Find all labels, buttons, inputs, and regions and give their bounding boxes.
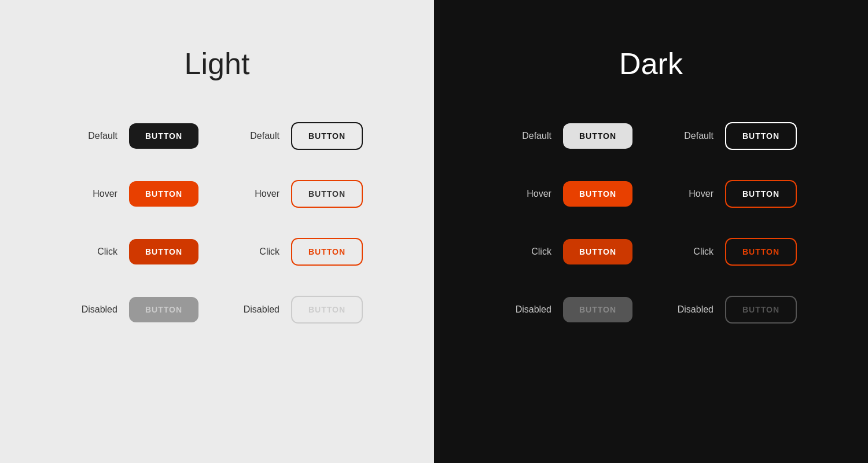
dark-outlined-click-label: Click	[667, 247, 713, 257]
dark-filled-column: Default BUTTON Hover BUTTON Click BUTTON…	[505, 116, 632, 330]
dark-outlined-hover-label: Hover	[667, 189, 713, 199]
dark-filled-disabled-label: Disabled	[505, 304, 551, 315]
dark-filled-click-label: Click	[505, 247, 551, 257]
dark-outlined-click-row: Click BUTTON	[667, 232, 797, 272]
dark-outlined-hover-button[interactable]: BUTTON	[725, 180, 797, 208]
light-filled-click-row: Click BUTTON	[71, 232, 198, 272]
dark-title: Dark	[619, 46, 683, 81]
light-filled-default-label: Default	[71, 131, 117, 141]
dark-filled-hover-label: Hover	[505, 189, 551, 199]
light-filled-hover-button[interactable]: BUTTON	[129, 181, 198, 207]
light-title: Light	[185, 46, 250, 81]
dark-outlined-default-button[interactable]: BUTTON	[725, 122, 797, 150]
dark-outlined-hover-row: Hover BUTTON	[667, 174, 797, 214]
dark-filled-click-button[interactable]: BUTTON	[563, 239, 632, 264]
light-filled-hover-label: Hover	[71, 189, 117, 199]
light-filled-hover-row: Hover BUTTON	[71, 174, 198, 214]
dark-panel: Dark Default BUTTON Hover BUTTON Click B…	[434, 0, 868, 463]
light-filled-column: Default BUTTON Hover BUTTON Click BUTTON…	[71, 116, 198, 330]
dark-button-grid: Default BUTTON Hover BUTTON Click BUTTON…	[505, 116, 797, 330]
light-outlined-default-button[interactable]: BUTTON	[291, 122, 363, 150]
light-outlined-hover-row: Hover BUTTON	[233, 174, 363, 214]
light-button-grid: Default BUTTON Hover BUTTON Click BUTTON…	[71, 116, 363, 330]
dark-outlined-default-row: Default BUTTON	[667, 116, 797, 156]
dark-outlined-default-label: Default	[667, 131, 713, 141]
light-outlined-disabled-row: Disabled BUTTON	[233, 289, 363, 330]
dark-outlined-disabled-label: Disabled	[667, 304, 713, 315]
light-filled-disabled-button: BUTTON	[129, 297, 198, 322]
light-outlined-default-row: Default BUTTON	[233, 116, 363, 156]
dark-outlined-column: Default BUTTON Hover BUTTON Click BUTTON…	[667, 116, 797, 330]
light-filled-disabled-row: Disabled BUTTON	[71, 289, 198, 330]
light-outlined-click-button[interactable]: BUTTON	[291, 238, 363, 266]
dark-filled-click-row: Click BUTTON	[505, 232, 632, 272]
light-filled-disabled-label: Disabled	[71, 304, 117, 315]
light-outlined-hover-label: Hover	[233, 189, 279, 199]
light-filled-click-button[interactable]: BUTTON	[129, 239, 198, 264]
light-filled-click-label: Click	[71, 247, 117, 257]
dark-filled-default-button[interactable]: BUTTON	[563, 123, 632, 149]
light-outlined-disabled-label: Disabled	[233, 304, 279, 315]
dark-outlined-disabled-row: Disabled BUTTON	[667, 289, 797, 330]
light-outlined-click-label: Click	[233, 247, 279, 257]
light-outlined-click-row: Click BUTTON	[233, 232, 363, 272]
dark-filled-default-row: Default BUTTON	[505, 116, 632, 156]
light-outlined-disabled-button: BUTTON	[291, 296, 363, 324]
dark-filled-hover-row: Hover BUTTON	[505, 174, 632, 214]
light-outlined-hover-button[interactable]: BUTTON	[291, 180, 363, 208]
light-filled-default-row: Default BUTTON	[71, 116, 198, 156]
light-panel: Light Default BUTTON Hover BUTTON Click …	[0, 0, 434, 463]
dark-outlined-click-button[interactable]: BUTTON	[725, 238, 797, 266]
light-outlined-column: Default BUTTON Hover BUTTON Click BUTTON…	[233, 116, 363, 330]
dark-outlined-disabled-button: BUTTON	[725, 296, 797, 324]
light-outlined-default-label: Default	[233, 131, 279, 141]
dark-filled-hover-button[interactable]: BUTTON	[563, 181, 632, 207]
dark-filled-default-label: Default	[505, 131, 551, 141]
dark-filled-disabled-button: BUTTON	[563, 297, 632, 322]
dark-filled-disabled-row: Disabled BUTTON	[505, 289, 632, 330]
light-filled-default-button[interactable]: BUTTON	[129, 123, 198, 149]
